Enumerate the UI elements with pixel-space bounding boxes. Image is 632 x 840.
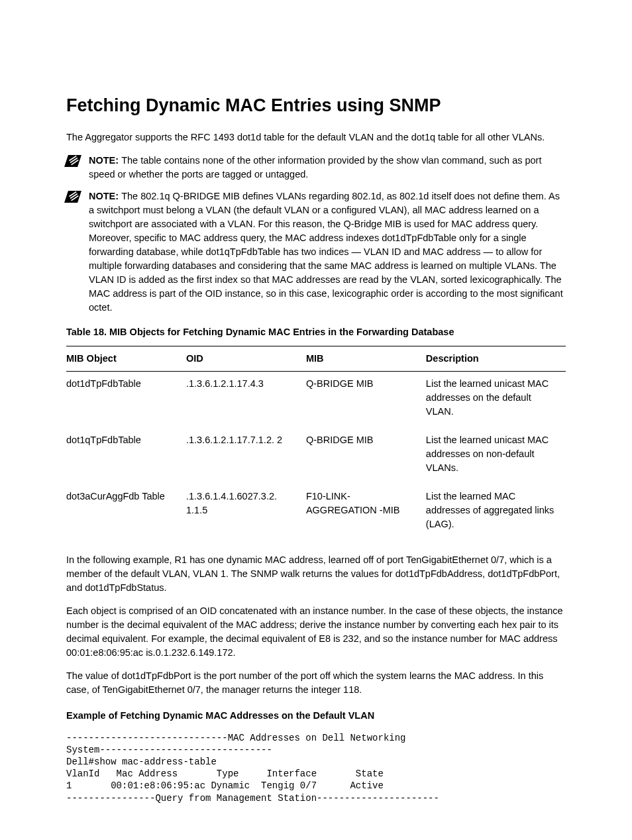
note-text-1: NOTE: The table contains none of the oth… bbox=[89, 154, 566, 182]
cell-desc: List the learned unicast MAC addresses o… bbox=[426, 428, 566, 484]
cell-mib: F10-LINK-AGGREGATION -MIB bbox=[306, 484, 426, 541]
note-body: The 802.1q Q-BRIDGE MIB defines VLANs re… bbox=[89, 191, 563, 313]
body-paragraph-2: Each object is comprised of an OID conca… bbox=[66, 604, 566, 660]
table-row: dot3aCurAggFdb Table .1.3.6.1.4.1.6027.3… bbox=[66, 484, 566, 541]
cell-desc: List the learned unicast MAC addresses o… bbox=[426, 372, 566, 429]
note-body: The table contains none of the other inf… bbox=[89, 155, 541, 180]
table-header: MIB Object bbox=[66, 346, 186, 372]
cell-mib: Q-BRIDGE MIB bbox=[306, 428, 426, 484]
example-heading: Example of Fetching Dynamic MAC Addresse… bbox=[66, 709, 566, 723]
table-header: MIB bbox=[306, 346, 426, 372]
cell-desc: List the learned MAC addresses of aggreg… bbox=[426, 484, 566, 541]
code-block: -----------------------------MAC Address… bbox=[66, 732, 566, 804]
page-heading: Fetching Dynamic MAC Entries using SNMP bbox=[66, 93, 566, 119]
table-caption: Table 18. MIB Objects for Fetching Dynam… bbox=[66, 325, 566, 339]
table-row: dot1dTpFdbTable .1.3.6.1.2.1.17.4.3 Q-BR… bbox=[66, 372, 566, 429]
note-text-2: NOTE: The 802.1q Q-BRIDGE MIB defines VL… bbox=[89, 189, 566, 315]
note-icon bbox=[64, 191, 81, 203]
cell-oid: .1.3.6.1.4.1.6027.3.2. 1.1.5 bbox=[186, 484, 306, 541]
cell-oid: .1.3.6.1.2.1.17.4.3 bbox=[186, 372, 306, 429]
cell-oid: .1.3.6.1.2.1.17.7.1.2. 2 bbox=[186, 428, 306, 484]
cell-obj: dot1dTpFdbTable bbox=[66, 372, 186, 429]
table-header: Description bbox=[426, 346, 566, 372]
body-paragraph-1: In the following example, R1 has one dyn… bbox=[66, 553, 566, 595]
body-paragraph-3: The value of dot1dTpFdbPort is the port … bbox=[66, 669, 566, 697]
cell-mib: Q-BRIDGE MIB bbox=[306, 372, 426, 429]
table-header: OID bbox=[186, 346, 306, 372]
cell-obj: dot1qTpFdbTable bbox=[66, 428, 186, 484]
note-prefix: NOTE: bbox=[89, 191, 121, 201]
intro-paragraph: The Aggregator supports the RFC 1493 dot… bbox=[66, 131, 566, 144]
table-row: dot1qTpFdbTable .1.3.6.1.2.1.17.7.1.2. 2… bbox=[66, 428, 566, 484]
note-icon bbox=[64, 155, 81, 167]
note-block-1: NOTE: The table contains none of the oth… bbox=[66, 154, 566, 182]
note-prefix: NOTE: bbox=[89, 155, 121, 166]
note-block-2: NOTE: The 802.1q Q-BRIDGE MIB defines VL… bbox=[66, 189, 566, 315]
mib-objects-table: MIB Object OID MIB Description dot1dTpFd… bbox=[66, 346, 566, 541]
cell-obj: dot3aCurAggFdb Table bbox=[66, 484, 186, 541]
